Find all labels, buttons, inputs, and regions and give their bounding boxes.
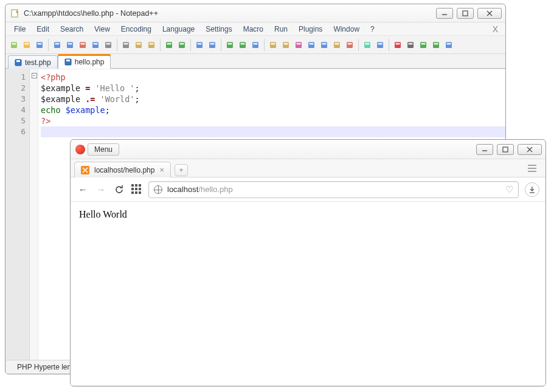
- svg-rect-28: [167, 43, 171, 44]
- toolbar-zoom-out-icon[interactable]: [237, 39, 249, 51]
- browser-maximize-button[interactable]: [497, 144, 514, 155]
- svg-rect-74: [503, 147, 508, 152]
- toolbar-save-macro-icon[interactable]: [443, 39, 455, 51]
- svg-rect-52: [335, 43, 339, 44]
- line-number: 4: [5, 105, 26, 115]
- svg-rect-50: [322, 43, 327, 44]
- close-tab-icon[interactable]: ×: [159, 165, 164, 174]
- toolbar-word-wrap-icon[interactable]: [267, 39, 279, 51]
- npp-minimize-button[interactable]: [436, 8, 453, 19]
- toolbar-zoom-in-icon[interactable]: [224, 39, 236, 51]
- svg-rect-54: [348, 43, 352, 44]
- npp-titlebar[interactable]: C:\xampp\htdocs\hello.php - Notepad++: [5, 4, 505, 22]
- toolbar-paste-icon[interactable]: [64, 39, 76, 51]
- toolbar-sync-icon[interactable]: [249, 39, 261, 51]
- toolbar-stop-macro-icon[interactable]: [404, 39, 417, 51]
- toolbar-fast-play-icon[interactable]: [430, 39, 442, 51]
- menu-view[interactable]: View: [89, 24, 115, 35]
- toolbar-redo-icon[interactable]: [176, 39, 188, 51]
- menu-encoding[interactable]: Encoding: [116, 24, 156, 35]
- sidebar-toggle-icon[interactable]: [522, 162, 542, 177]
- browser-menu-button[interactable]: Menu: [88, 143, 119, 156]
- tab-label: hello.php: [75, 58, 105, 66]
- menu-macro[interactable]: Macro: [238, 24, 268, 35]
- toolbar-monitor-icon[interactable]: [361, 39, 373, 51]
- browser-minimize-button[interactable]: [476, 144, 493, 155]
- code-token: ?>: [41, 116, 50, 126]
- toolbar-cut-icon[interactable]: [120, 39, 132, 51]
- menu-edit[interactable]: Edit: [32, 24, 54, 35]
- code-token: 'World': [100, 94, 135, 104]
- speed-dial-button[interactable]: [131, 184, 142, 195]
- menu-settings[interactable]: Settings: [201, 24, 237, 35]
- svg-rect-36: [228, 43, 232, 44]
- toolbar-copy-icon[interactable]: [51, 39, 63, 51]
- fold-toggle-icon[interactable]: −: [32, 73, 37, 78]
- npp-maximize-button[interactable]: [457, 8, 474, 19]
- toolbar-save-all-icon[interactable]: [89, 39, 102, 51]
- line-number: 3: [5, 94, 26, 105]
- toolbar-undo-icon[interactable]: [163, 39, 175, 51]
- browser-close-button[interactable]: [518, 144, 542, 155]
- toolbar-doc-map-icon[interactable]: [331, 39, 343, 51]
- toolbar-separator: [160, 39, 161, 51]
- svg-rect-72: [66, 60, 70, 61]
- browser-menu-label: Menu: [94, 145, 113, 154]
- svg-rect-30: [180, 43, 184, 44]
- url-text: localhost/hello.php: [167, 185, 233, 194]
- svg-rect-38: [241, 43, 245, 44]
- toolbar-toggle-bookmark-icon[interactable]: [374, 39, 386, 51]
- toolbar-print-icon[interactable]: [102, 39, 114, 51]
- toolbar-save-icon[interactable]: [33, 39, 46, 51]
- code-token: ;: [134, 94, 139, 104]
- url-input[interactable]: localhost/hello.php ♡: [148, 181, 519, 198]
- toolbar-indent-guide-icon[interactable]: [293, 39, 305, 51]
- code-token: <?php: [41, 72, 66, 82]
- menu-help[interactable]: ?: [365, 24, 379, 35]
- downloads-button[interactable]: [525, 182, 539, 197]
- svg-rect-64: [421, 43, 426, 44]
- browser-window: Menu localhost/hello.php × + ← →: [70, 139, 546, 387]
- menu-language[interactable]: Language: [158, 24, 199, 35]
- toolbar-unfold-icon[interactable]: [318, 39, 330, 51]
- toolbar-func-list-icon[interactable]: [344, 39, 356, 51]
- browser-tab[interactable]: localhost/hello.php ×: [74, 162, 171, 177]
- svg-rect-46: [297, 43, 301, 44]
- toolbar-paste2-icon[interactable]: [145, 39, 158, 51]
- code-token: 'Hello ': [95, 83, 134, 93]
- menu-window[interactable]: Window: [328, 24, 364, 35]
- toolbar-new-file-icon[interactable]: [8, 39, 20, 51]
- bookmark-heart-icon[interactable]: ♡: [505, 184, 513, 195]
- browser-titlebar[interactable]: Menu: [71, 140, 545, 159]
- svg-rect-42: [271, 43, 275, 44]
- new-tab-button[interactable]: +: [175, 164, 188, 176]
- menu-run[interactable]: Run: [269, 24, 293, 35]
- toolbar-open-file-icon[interactable]: [21, 39, 33, 51]
- svg-rect-16: [81, 43, 85, 44]
- toolbar-show-all-icon[interactable]: [280, 39, 292, 51]
- tab-hello-php[interactable]: hello.php: [58, 55, 111, 69]
- toolbar-replace-icon[interactable]: [206, 39, 218, 51]
- svg-rect-60: [396, 43, 400, 44]
- toolbar-separator: [264, 39, 265, 51]
- menu-search[interactable]: Search: [55, 24, 88, 35]
- code-token: $example: [41, 83, 80, 93]
- toolbar-copy2-icon[interactable]: [133, 39, 145, 51]
- toolbar-play-macro-icon[interactable]: [417, 39, 429, 51]
- npp-menubar: File Edit Search View Encoding Language …: [5, 22, 505, 36]
- site-info-icon[interactable]: [154, 185, 162, 194]
- toolbar-record-macro-icon[interactable]: [392, 39, 404, 51]
- npp-menubar-close-icon[interactable]: X: [489, 24, 502, 34]
- npp-close-button[interactable]: [477, 8, 502, 19]
- reload-button[interactable]: [113, 184, 125, 196]
- tab-test-php[interactable]: test.php: [8, 55, 58, 69]
- toolbar-find-icon[interactable]: [193, 39, 206, 51]
- browser-tabbar: localhost/hello.php × +: [71, 159, 545, 177]
- toolbar-cut-doc-icon[interactable]: [77, 39, 89, 51]
- svg-rect-62: [409, 43, 413, 44]
- toolbar-fold-icon[interactable]: [305, 39, 317, 51]
- back-button[interactable]: ←: [77, 184, 89, 196]
- svg-rect-10: [38, 43, 42, 44]
- menu-plugins[interactable]: Plugins: [294, 24, 327, 35]
- menu-file[interactable]: File: [9, 24, 30, 35]
